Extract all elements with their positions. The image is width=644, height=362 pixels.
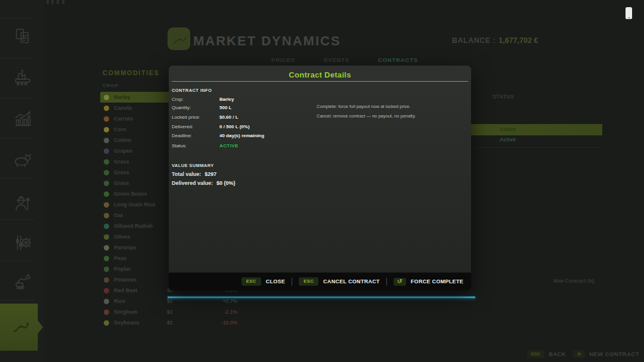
rail-divider xyxy=(0,18,35,18)
field-value: $0.60 / L xyxy=(219,115,239,120)
value-summary-header: VALUE SUMMARY xyxy=(172,163,214,168)
tab-prices[interactable]: PRICES xyxy=(271,57,295,63)
commodity-name: Red Beet xyxy=(114,287,137,293)
finances-chart-icon xyxy=(13,109,33,129)
contract-status[interactable]: Active xyxy=(500,137,516,143)
new-contract-hint[interactable]: NNEW CONTRACT xyxy=(573,350,639,358)
key-badge: N xyxy=(573,350,584,358)
field-label: Crop: xyxy=(172,97,219,102)
commodity-name: Corn xyxy=(114,126,126,132)
field-label: Status: xyxy=(172,143,219,148)
sorghum-icon xyxy=(104,310,109,315)
oat-icon xyxy=(104,213,109,218)
market-dynamics-leaf-icon xyxy=(168,27,190,50)
field-label: Delivered: xyxy=(172,124,219,129)
rail-divider xyxy=(0,58,35,58)
corn-icon xyxy=(104,127,109,132)
rail-item-contracts-documents[interactable] xyxy=(0,20,45,53)
commodity-price: $2 xyxy=(167,298,172,304)
rail-divider xyxy=(0,261,35,261)
commodity-row-sorghum[interactable]: Sorghum$1-2.1% xyxy=(100,307,239,317)
commodity-name: Soybeans xyxy=(114,320,140,326)
field-value: ACTIVE xyxy=(219,143,239,148)
rail-item-animals[interactable] xyxy=(0,143,45,176)
commodity-name: Rice xyxy=(114,298,125,304)
commodity-name: Oilseed Radish xyxy=(114,223,153,229)
commodity-price: $1 xyxy=(167,320,172,326)
cancel-contract-button[interactable]: ESCCANCEL CONTRACT xyxy=(299,277,380,286)
delivered-value-row: Delivered value: $0 (0%) xyxy=(172,180,236,186)
hint-label: NEW CONTRACT xyxy=(589,351,639,357)
commodity-name: Parsnips xyxy=(114,245,137,250)
field-value: 0 / 500 L (0%) xyxy=(219,124,250,129)
key-badge: ESC xyxy=(527,350,544,358)
contract-field-lockedprice: Locked price:$0.60 / L xyxy=(172,113,239,121)
cotton-icon xyxy=(104,138,109,143)
rail-divider xyxy=(0,178,35,179)
commodity-name: Grass xyxy=(114,180,129,186)
delivered-value-label: Delivered value: xyxy=(172,180,213,186)
farmer-icon xyxy=(13,193,33,214)
rail-item-settings-gear[interactable] xyxy=(0,226,45,259)
tab-contracts[interactable]: CONTRACTS xyxy=(378,57,418,63)
commodity-name: Oat xyxy=(114,212,123,218)
field-label: Locked price: xyxy=(172,115,219,120)
contract-field-delivered: Delivered:0 / 500 L (0%) xyxy=(172,123,250,131)
esc-key-badge: ESC xyxy=(242,277,261,286)
commodities-panel-title: COMMODITIES xyxy=(103,69,159,76)
rail-item-finances-chart[interactable] xyxy=(0,103,45,136)
total-value-row: Total value: $297 xyxy=(172,171,216,177)
footer-hints: ESCBACKNNEW CONTRACT xyxy=(527,350,639,358)
contracts-documents-icon xyxy=(13,26,33,47)
rail-item-farmer[interactable] xyxy=(0,187,45,220)
contract-field-crop: Crop:Barley xyxy=(172,95,234,103)
menu-rail xyxy=(0,0,45,362)
settings-gear-icon xyxy=(13,233,33,253)
commodity-name: Grass xyxy=(114,169,129,175)
grass-icon xyxy=(104,159,109,165)
tabs: PRICESEVENTSCONTRACTS xyxy=(271,57,418,63)
commodity-name: Grass xyxy=(114,159,129,165)
force-complete-button[interactable]: ↺FORCE COMPLETE xyxy=(394,278,463,286)
modal-title: Contract Details xyxy=(169,70,471,79)
phone-icon xyxy=(626,7,632,19)
rail-item-market-dynamics[interactable] xyxy=(0,304,43,351)
hint-label: BACK xyxy=(549,351,566,357)
commodity-name: Barley xyxy=(114,94,131,100)
commodity-name: Potatoes xyxy=(114,277,137,283)
new-contract-hint[interactable]: New Contract (N) xyxy=(553,278,595,284)
button-label: CANCEL CONTRACT xyxy=(323,279,380,284)
rail-divider xyxy=(0,138,35,138)
status-column-header: STATUS xyxy=(493,94,514,100)
contract-field-deadline: Deadline:40 day(s) remaining xyxy=(172,132,264,140)
total-value: $297 xyxy=(205,171,216,177)
close-button[interactable]: ESCCLOSE xyxy=(242,277,285,286)
modal-title-divider xyxy=(172,81,468,82)
rail-item-construction-excavator[interactable] xyxy=(0,265,45,298)
back-hint[interactable]: ESCBACK xyxy=(527,350,566,358)
commodity-row-soybeans[interactable]: Soybeans$1-10.0% xyxy=(100,317,239,328)
selected-row-indicator xyxy=(168,296,475,298)
commodity-name: Poplar xyxy=(114,266,131,272)
commodity-change: -10.0% xyxy=(221,320,237,326)
construction-excavator-icon xyxy=(13,271,33,292)
grapes-icon xyxy=(104,148,109,154)
rice-icon xyxy=(104,299,109,304)
long-grain-rice-icon xyxy=(104,202,109,208)
soybeans-icon xyxy=(104,320,109,326)
commodity-name: Canola xyxy=(114,105,132,111)
complete-note: Complete: force full payout now at locke… xyxy=(317,104,411,109)
potatoes-icon xyxy=(104,277,109,283)
contract-info-header: CONTRACT INFO xyxy=(172,88,212,93)
rail-item-production[interactable] xyxy=(0,61,45,94)
carrots-icon xyxy=(104,116,109,122)
field-value: 40 day(s) remaining xyxy=(219,133,264,138)
commodity-name: Green Beans xyxy=(114,191,147,197)
contract-field-status: Status:ACTIVE xyxy=(172,142,239,150)
tab-events[interactable]: EVENTS xyxy=(324,57,349,63)
contract-details-modal: Contract Details CONTRACT INFO Crop:Barl… xyxy=(169,66,471,290)
olives-icon xyxy=(104,234,109,240)
animals-icon xyxy=(13,149,33,169)
partial-glyph-icon xyxy=(45,0,69,6)
grass-icon xyxy=(104,170,109,175)
